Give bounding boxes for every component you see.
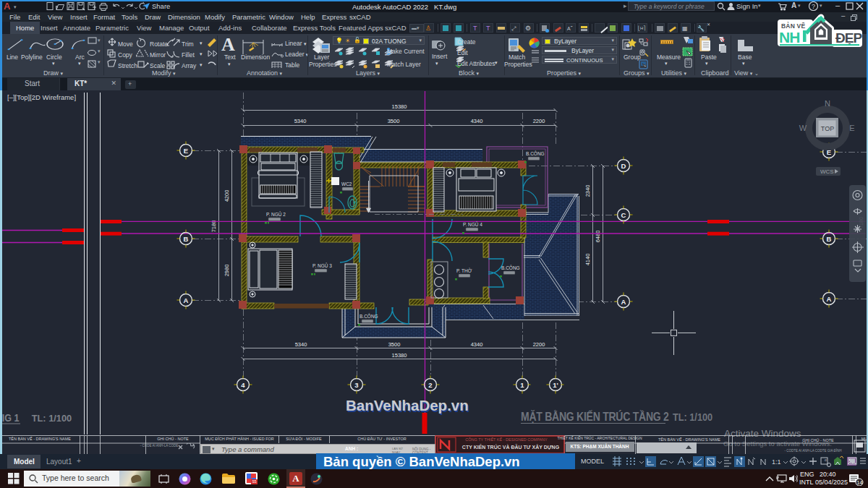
svg-text:2340: 2340 — [584, 185, 591, 197]
svg-text:4340: 4340 — [471, 341, 483, 348]
svg-text:B: B — [184, 235, 189, 243]
svg-text:4: 4 — [241, 381, 245, 389]
svg-text:2200: 2200 — [533, 341, 545, 348]
svg-text:P. NGỦ 4: P. NGỦ 4 — [463, 221, 482, 227]
svg-text:B: B — [827, 235, 832, 243]
svg-text:IG 1: IG 1 — [2, 412, 20, 424]
svg-text:Activate Windows: Activate Windows — [724, 428, 801, 439]
svg-text:CÔNG TY THIẾT KẾ - DESIGNED CO: CÔNG TY THIẾT KẾ - DESIGNED COMPANY — [465, 437, 548, 442]
svg-text:5340: 5340 — [294, 118, 307, 124]
svg-text:BẢN VẼ: BẢN VẼ — [781, 22, 805, 30]
svg-text:P. NGỦ 2: P. NGỦ 2 — [266, 211, 286, 217]
svg-text:3: 3 — [354, 381, 358, 389]
svg-text:W: W — [799, 124, 807, 132]
svg-text:4200: 4200 — [224, 190, 230, 202]
svg-text:C: C — [621, 211, 626, 219]
svg-text:1': 1' — [553, 381, 558, 389]
svg-text:3500: 3500 — [388, 341, 401, 348]
svg-text:- CODE AI ANH-LA CODE: - CODE AI ANH-LA CODE — [140, 444, 179, 448]
svg-text:15380: 15380 — [392, 103, 407, 110]
svg-text:WC2: WC2 — [341, 181, 352, 187]
svg-text:1:1: 1:1 — [772, 458, 781, 466]
svg-text:3500: 3500 — [388, 118, 400, 124]
svg-text:B.CÔNG: B.CÔNG — [501, 265, 520, 270]
svg-text:TL: 1/100: TL: 1/100 — [32, 413, 72, 424]
svg-text:NH: NH — [779, 29, 799, 46]
svg-text:4340: 4340 — [471, 118, 483, 124]
svg-text:▾: ▾ — [14, 4, 17, 9]
svg-text:D: D — [621, 162, 626, 170]
svg-text:- CODTE AI ANH-LA CODTE GIA ĐÌ: - CODTE AI ANH-LA CODTE GIA ĐÌNH — [784, 448, 841, 453]
svg-text:TÊN BẢN VẾ - DRAWING'S NAME: TÊN BẢN VẾ - DRAWING'S NAME — [658, 437, 720, 442]
svg-text:THIẾT KẾ KIẾN TRÚC - ARCHITECT: THIẾT KẾ KIẾN TRÚC - ARCHITECTURAL DESIG… — [557, 436, 642, 440]
svg-text:WCS: WCS — [820, 168, 834, 175]
svg-text:A: A — [827, 295, 832, 303]
svg-text:[–][Top][2D Wireframe]: [–][Top][2D Wireframe] — [7, 93, 76, 101]
svg-text:15380: 15380 — [392, 352, 407, 359]
svg-text:TL: 1/100: TL: 1/100 — [673, 411, 712, 423]
svg-text:o: o — [825, 458, 827, 462]
svg-text:2980: 2980 — [224, 265, 230, 277]
svg-text:ĐẸP: ĐẸP — [835, 30, 862, 46]
svg-text:TÊN BẢN VẾ - DRAWING'S NAME: TÊN BẢN VẾ - DRAWING'S NAME — [9, 436, 71, 441]
svg-text:B.CÔNG: B.CÔNG — [359, 313, 378, 319]
svg-text:E: E — [849, 124, 854, 132]
svg-text:7180: 7180 — [210, 221, 217, 233]
svg-text:A: A — [184, 296, 189, 304]
svg-text:A: A — [621, 298, 626, 306]
svg-text:TOP: TOP — [821, 125, 834, 132]
svg-text:CHỦ ĐẦU TƯ - INVESTOR: CHỦ ĐẦU TƯ - INVESTOR — [357, 437, 406, 441]
svg-text:?: ? — [812, 3, 815, 10]
svg-text:B.CÔNG: B.CÔNG — [526, 150, 545, 156]
svg-text:2200: 2200 — [533, 118, 545, 124]
svg-text:KTS: PHẠM XUÂN THÀNH: KTS: PHẠM XUÂN THÀNH — [571, 443, 629, 449]
svg-text:GHI CHÚ - NOTE: GHI CHÚ - NOTE — [802, 438, 834, 442]
svg-text:1: 1 — [520, 381, 524, 389]
svg-text:P. NGỦ 3: P. NGỦ 3 — [312, 262, 332, 268]
svg-text:4140: 4140 — [584, 254, 591, 266]
svg-text:5340: 5340 — [295, 341, 307, 348]
svg-text:N: N — [825, 99, 830, 108]
svg-text:A: A — [4, 1, 11, 12]
svg-text:P. THỜ: P. THỜ — [456, 267, 472, 273]
svg-text:2: 2 — [428, 381, 432, 389]
svg-text:SỬA ĐỔI - MODIFE: SỬA ĐỔI - MODIFE — [286, 437, 322, 441]
svg-text:14: 14 — [857, 480, 863, 485]
svg-text:BanVeNhaDep.vn: BanVeNhaDep.vn — [346, 397, 469, 414]
svg-text:6480: 6480 — [595, 231, 601, 243]
svg-text:MẶT BẰNG KIẾN TRÚC TẦNG 2: MẶT BẰNG KIẾN TRÚC TẦNG 2 — [521, 410, 669, 423]
svg-text:MỤC ĐÍCH PHÁT HÀNH - ISUED FOR: MỤC ĐÍCH PHÁT HÀNH - ISUED FOR — [205, 437, 274, 441]
svg-text:GHI CHÚ - NOTE: GHI CHÚ - NOTE — [157, 437, 189, 441]
svg-text:E: E — [184, 147, 188, 155]
svg-text:CTY KIẾN TRÚC VÀ ĐẦU TƯ XÂY DỰ: CTY KIẾN TRÚC VÀ ĐẦU TƯ XÂY DỰNG — [462, 443, 560, 450]
